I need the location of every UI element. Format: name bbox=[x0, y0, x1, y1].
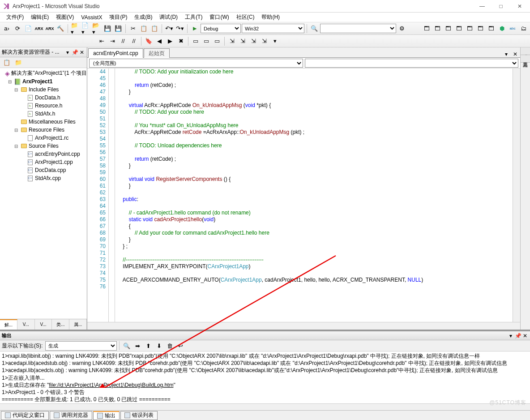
output-close-icon[interactable]: ✕ bbox=[522, 333, 528, 339]
scope-combo-left[interactable]: (全局范围) bbox=[89, 59, 303, 68]
outline-margin[interactable] bbox=[109, 69, 115, 322]
solution-node[interactable]: ◈解决方案"ArxProject1"(1 个项目 bbox=[0, 69, 87, 77]
right-tab[interactable]: 服务器资源管理器 bbox=[521, 47, 530, 55]
doc-close-icon[interactable]: ✕ bbox=[512, 51, 518, 57]
undo-icon[interactable]: ↶▾ bbox=[164, 24, 174, 34]
redo-icon[interactable]: ↷▾ bbox=[175, 24, 185, 34]
side-tab[interactable]: 解... bbox=[0, 319, 17, 330]
open-icon[interactable]: 📂▾ bbox=[92, 24, 102, 34]
hammer-icon[interactable]: 🔨 bbox=[56, 24, 65, 34]
build-log-link[interactable]: file://d:\ArxProject1\ArxProject1\Debug\… bbox=[49, 382, 173, 388]
menu-item[interactable]: 生成(B) bbox=[131, 13, 156, 22]
project-node[interactable]: ⊟📗ArxProject1 bbox=[0, 77, 87, 86]
menu-item[interactable]: 帮助(H) bbox=[258, 13, 283, 22]
minimize-button[interactable]: — bbox=[478, 2, 486, 10]
step4-icon[interactable]: ⇲ bbox=[259, 36, 269, 46]
start-debug-icon[interactable]: ▶ bbox=[190, 24, 200, 34]
menu-item[interactable]: 调试(D) bbox=[156, 13, 181, 22]
tree-file[interactable]: StdAfx.cpp bbox=[0, 174, 87, 182]
save-icon[interactable]: 💾 bbox=[103, 24, 112, 34]
editor-scrollbar[interactable] bbox=[513, 69, 520, 322]
config-combo[interactable]: Debug bbox=[201, 24, 241, 33]
uncomment-icon[interactable]: // bbox=[129, 36, 139, 46]
resource-files-folder[interactable]: ⊟Resource Files bbox=[0, 126, 87, 134]
output-pin-icon[interactable]: 📌 bbox=[515, 333, 521, 339]
out-wrap-icon[interactable]: ↩ bbox=[175, 341, 185, 351]
cut-icon[interactable]: ✂ bbox=[128, 24, 138, 34]
right-tab[interactable]: 工具箱 bbox=[521, 55, 530, 63]
code-body[interactable]: // TODO: Add your initialization code he… bbox=[115, 69, 513, 322]
bm-next-icon[interactable]: ▶ bbox=[165, 36, 175, 46]
side-tab[interactable]: V... bbox=[35, 319, 52, 330]
win4-icon[interactable]: 🗔 bbox=[454, 24, 464, 34]
comment-icon[interactable]: // bbox=[118, 36, 128, 46]
va-a-icon[interactable]: a› bbox=[2, 24, 12, 34]
bm-icon[interactable]: 🔖 bbox=[144, 36, 154, 46]
tree-file[interactable]: StdAfx.h bbox=[0, 110, 87, 118]
bottom-tab[interactable]: 调用浏览器 bbox=[50, 411, 92, 420]
arx2-icon[interactable]: ARX bbox=[45, 24, 55, 34]
output-source-combo[interactable]: 生成 bbox=[45, 341, 117, 351]
indent-r-icon[interactable]: ⇥ bbox=[107, 36, 117, 46]
hex-icon[interactable]: ⬢ bbox=[497, 24, 507, 34]
menu-item[interactable]: 项目(P) bbox=[106, 13, 131, 22]
doc-tab-entrypoint[interactable]: acrxEntryPoint.cpp bbox=[88, 48, 143, 58]
win2-icon[interactable]: 🗔 bbox=[432, 24, 442, 34]
output-hscrollbar[interactable] bbox=[0, 403, 530, 410]
output-body[interactable]: 1>rxapi.lib(libinit.obj) : warning LNK40… bbox=[0, 351, 530, 403]
doc-icon[interactable]: 📄 bbox=[23, 24, 33, 34]
side-tab[interactable]: 类... bbox=[52, 319, 69, 330]
out-next-icon[interactable]: ⬇ bbox=[154, 341, 164, 351]
maximize-button[interactable]: □ bbox=[497, 2, 505, 10]
misc-files-folder[interactable]: Miscellaneous Files bbox=[0, 118, 87, 126]
win1-icon[interactable]: 🗔 bbox=[422, 24, 432, 34]
bm-prev-icon[interactable]: ◀ bbox=[154, 36, 164, 46]
tree-file[interactable]: ArxProject1.cpp bbox=[0, 158, 87, 166]
doc-tab-startpage[interactable]: 起始页 bbox=[144, 48, 170, 58]
step3-icon[interactable]: ⇲ bbox=[248, 36, 258, 46]
side-tab[interactable]: V... bbox=[17, 319, 35, 330]
bottom-tab[interactable]: 输出 bbox=[93, 411, 120, 420]
paste-icon[interactable]: 📋 bbox=[150, 24, 159, 34]
scope-combo-right[interactable] bbox=[305, 59, 519, 68]
opt-icon[interactable]: 🗂 bbox=[518, 24, 528, 34]
source-files-folder[interactable]: ⊟Source Files bbox=[0, 142, 87, 150]
new-file-icon[interactable]: 📄▾ bbox=[81, 24, 91, 34]
win3-icon[interactable]: 🗔 bbox=[443, 24, 453, 34]
close-button[interactable]: ✕ bbox=[516, 2, 524, 10]
tree-file[interactable]: Resource.h bbox=[0, 102, 87, 110]
bottom-tab[interactable]: 错误列表 bbox=[120, 411, 158, 420]
close-icon[interactable]: ✕ bbox=[79, 49, 85, 56]
code-editor[interactable]: 4445464748495051525354555657585960616263… bbox=[87, 69, 520, 322]
step2-icon[interactable]: ⇲ bbox=[238, 36, 248, 46]
indent-l-icon[interactable]: ⇤ bbox=[97, 36, 107, 46]
platform-combo[interactable]: Win32 bbox=[242, 24, 304, 33]
arx-icon[interactable]: ARX bbox=[34, 24, 44, 34]
doc-dropdown-icon[interactable]: ▾ bbox=[503, 51, 509, 57]
show-all-icon[interactable]: 📁 bbox=[13, 58, 23, 68]
bottom-tab[interactable]: 代码定义窗口 bbox=[1, 411, 49, 420]
win7-icon[interactable]: 🗔 bbox=[486, 24, 496, 34]
solution-tree[interactable]: ◈解决方案"ArxProject1"(1 个项目 ⊟📗ArxProject1 ⊟… bbox=[0, 68, 87, 319]
refresh-icon[interactable]: ⟳ bbox=[13, 24, 22, 34]
out-clear-icon[interactable]: 🗑 bbox=[165, 341, 175, 351]
copy-icon[interactable]: 📋 bbox=[139, 24, 149, 34]
include-files-folder[interactable]: ⊟Include Files bbox=[0, 86, 87, 94]
props-icon[interactable]: 📋 bbox=[2, 58, 12, 68]
output-dropdown-icon[interactable]: ▾ bbox=[508, 333, 514, 339]
menu-item[interactable]: 视图(V) bbox=[52, 13, 77, 22]
pin-icon[interactable]: 📌 bbox=[72, 49, 78, 56]
out-find-icon[interactable]: 🔍 bbox=[122, 341, 132, 351]
wlayout1-icon[interactable]: ▭ bbox=[191, 36, 201, 46]
search-combo[interactable] bbox=[320, 24, 396, 33]
wlayout2-icon[interactable]: ▭ bbox=[201, 36, 211, 46]
out-goto-icon[interactable]: ➡ bbox=[132, 341, 142, 351]
save-all-icon[interactable]: 💾 bbox=[113, 24, 123, 34]
dropdown-icon[interactable]: ▾ bbox=[64, 49, 71, 56]
find-icon[interactable]: 🔍 bbox=[309, 24, 319, 34]
win6-icon[interactable]: 🗔 bbox=[475, 24, 485, 34]
tree-file[interactable]: acrxEntryPoint.cpp bbox=[0, 150, 87, 158]
side-tab[interactable]: 属... bbox=[69, 319, 87, 330]
menu-item[interactable]: VAssistX bbox=[77, 13, 106, 21]
abc-icon[interactable]: abc bbox=[508, 24, 517, 34]
